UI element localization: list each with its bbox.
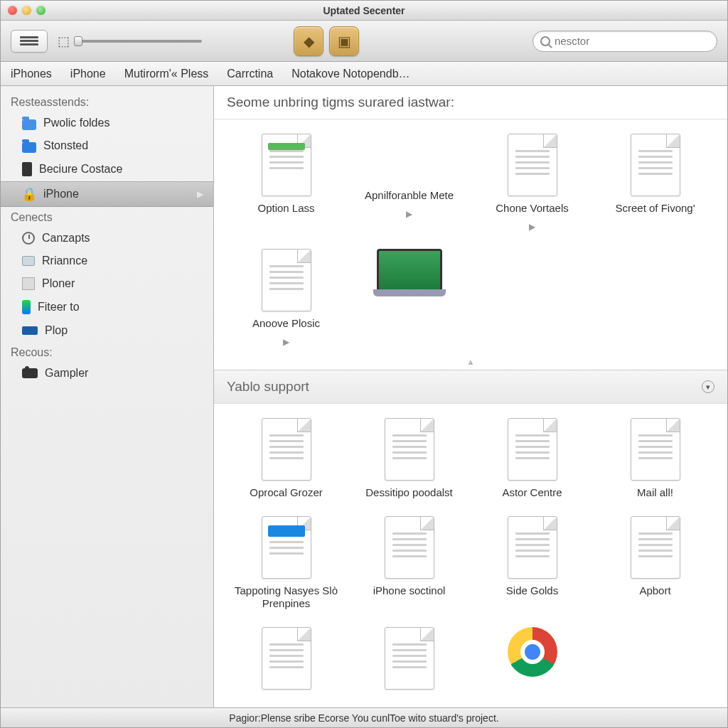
lock-icon: 🔒 (22, 187, 36, 201)
item-label: Chone Vortaels (496, 202, 569, 215)
sidebar-item-rriannce[interactable]: Rriannce (1, 250, 213, 272)
document-icon (262, 249, 311, 311)
grid-item[interactable]: Side Golds (474, 516, 590, 610)
view-tile-2[interactable]: ▣ (329, 26, 359, 56)
document-icon (385, 516, 434, 579)
grid-item[interactable]: Apnilforanble Mete ▶ (351, 134, 467, 232)
document-icon (262, 134, 311, 196)
sidebar-heading: Resteasstends: (1, 92, 213, 112)
folder-icon (22, 119, 36, 130)
app-window: Uptated Secenter ⬚ ◆ ▣ iPhones iPhone Mu… (0, 0, 728, 728)
tab-row: iPhones iPhone Mutirorm'« Pless Carrctin… (1, 62, 727, 86)
document-icon (385, 627, 434, 690)
sidebar-item-beciure[interactable]: Beciure Costace (1, 157, 213, 181)
sidebar-item-label: Pwolic foldes (43, 117, 109, 129)
toolbar-view-tiles: ◆ ▣ (294, 26, 359, 56)
close-window-button[interactable] (8, 6, 17, 15)
grid-item[interactable]: Oprocal Grozer (228, 418, 344, 499)
search-input[interactable] (555, 35, 710, 47)
play-indicator-icon: ▶ (283, 337, 289, 347)
grid-item[interactable]: Astor Centre (474, 418, 590, 499)
collapse-caret-icon[interactable]: ▲ (214, 357, 727, 367)
zoom-window-button[interactable] (36, 6, 46, 15)
sidebar-item-ploner[interactable]: Ploner (1, 272, 213, 295)
item-label: Side Golds (506, 584, 558, 597)
sidebar-item-label: Gampler (45, 367, 88, 380)
item-label: Oprocal Grozer (250, 486, 323, 499)
tab-item[interactable]: Notakove Notopendb… (291, 68, 410, 80)
file-grid-2: Oprocal Grozer Dessitipo poodalst Astor … (214, 404, 727, 707)
menu-button[interactable] (11, 30, 48, 53)
item-label: Astor Centre (502, 486, 562, 499)
sidebar-item-stonsted[interactable]: Stonsted (1, 134, 213, 157)
item-label: Apbort (639, 584, 670, 597)
zoom-slider-group: ⬚ (58, 33, 202, 49)
slider-knob[interactable] (74, 36, 82, 46)
item-label: Option Lass (257, 202, 314, 215)
grid-item[interactable]: Tappoting Nasyes Slò Prenpines (228, 516, 344, 610)
item-label: Screet of Fivong' (615, 202, 695, 215)
sidebar-item-public-folders[interactable]: Pwolic foldes (1, 112, 213, 134)
clock-icon (22, 232, 35, 245)
sidebar-item-fiteer[interactable]: Fiteer to (1, 295, 213, 319)
item-label: Mail all! (637, 486, 673, 499)
grid-item[interactable] (351, 249, 467, 347)
item-label: Dessitipo poodalst (365, 486, 453, 499)
sidebar-item-plop[interactable]: Plop (1, 319, 213, 342)
grid-item[interactable]: Dessitipo poodalst (351, 418, 467, 499)
document-icon (262, 418, 311, 481)
content-area: Seome unbring tigms surared iastwar: Opt… (214, 86, 727, 707)
chevron-down-icon[interactable]: ▾ (702, 380, 714, 393)
document-icon (262, 516, 311, 579)
search-icon (540, 36, 550, 46)
device-icon (22, 162, 32, 176)
minimize-window-button[interactable] (22, 6, 31, 15)
disc-icon (385, 134, 434, 183)
sidebar-item-label: Canzapts (42, 232, 90, 245)
grid-item[interactable]: Anoove Plosic ▶ (228, 249, 344, 347)
status-text: Pagior:Plense sribe Ecorse You cunlToe w… (229, 712, 498, 724)
toolbar: ⬚ ◆ ▣ (1, 21, 727, 62)
tab-item[interactable]: Carrctina (227, 68, 273, 80)
grid-item[interactable]: Apbort (597, 516, 713, 610)
folder-icon (22, 142, 36, 153)
item-label: Anoove Plosic (252, 317, 320, 330)
zoom-slider[interactable] (74, 40, 202, 43)
sidebar-heading: Cenects (1, 207, 213, 227)
tab-item[interactable]: Mutirorm'« Pless (124, 68, 209, 80)
play-indicator-icon: ▶ (406, 209, 412, 219)
play-indicator-icon: ▶ (529, 222, 535, 232)
item-label: Tappoting Nasyes Slò Prenpines (233, 584, 340, 610)
section-heading-bar[interactable]: Yablo support ▾ (214, 370, 727, 404)
file-grid-1: Option Lass Apnilforanble Mete ▶ Chone V… (214, 119, 727, 368)
sidebar-item-iphone[interactable]: 🔒 iPhone (1, 181, 213, 207)
window-title: Uptated Secenter (1, 5, 727, 16)
document-icon (508, 516, 557, 579)
section-heading: Seome unbring tigms surared iastwar: (214, 86, 727, 119)
document-icon (508, 418, 557, 481)
grid-item[interactable] (351, 627, 467, 695)
tab-item[interactable]: iPhone (70, 68, 106, 80)
item-label: iPhone soctinol (373, 584, 446, 597)
grid-item[interactable]: Mail all! (597, 418, 713, 499)
search-field[interactable] (532, 31, 717, 52)
grid-item[interactable] (474, 627, 590, 695)
document-icon (631, 516, 680, 579)
grid-item[interactable]: Option Lass (228, 134, 344, 232)
fax-icon (22, 277, 35, 290)
grid-item[interactable]: iPhone soctinol (351, 516, 467, 610)
grid-item[interactable]: Screet of Fivong' (597, 134, 713, 232)
sidebar-item-label: iPhone (43, 188, 79, 200)
document-icon (385, 418, 434, 481)
grid-item[interactable] (228, 627, 344, 695)
sidebar-item-canzapts[interactable]: Canzapts (1, 227, 213, 250)
sidebar-item-label: Stonsted (43, 139, 88, 152)
tab-item[interactable]: iPhones (11, 68, 52, 80)
sidebar-item-label: Ploner (42, 277, 75, 290)
view-tile-1[interactable]: ◆ (294, 26, 323, 56)
grid-item[interactable]: Chone Vortaels ▶ (474, 134, 590, 232)
sidebar-item-gampler[interactable]: Gampler (1, 362, 213, 385)
sidebar-item-label: Rriannce (42, 255, 87, 267)
sidebar-item-label: Plop (45, 324, 68, 337)
section-heading-label: Yablo support (227, 379, 309, 395)
